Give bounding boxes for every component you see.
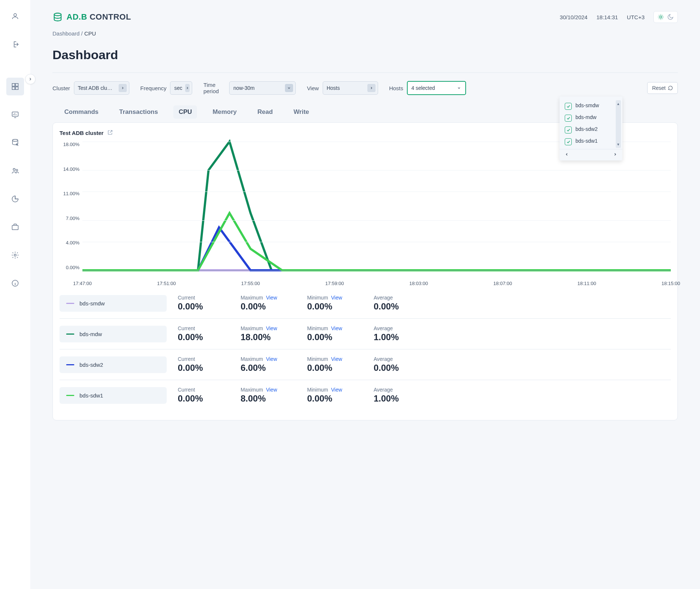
- breadcrumb-parent[interactable]: Dashboard: [52, 30, 79, 37]
- svg-point-11: [14, 254, 16, 256]
- hosts-option[interactable]: bds-sdw2: [560, 124, 622, 136]
- monitor-icon[interactable]: [6, 106, 24, 123]
- x-tick: 17:47:00: [73, 281, 92, 286]
- dashboard-icon[interactable]: [6, 78, 24, 95]
- view-select[interactable]: Hosts: [323, 81, 378, 95]
- checkbox-checked-icon[interactable]: [565, 103, 572, 110]
- view-min-link[interactable]: View: [331, 295, 342, 301]
- hosts-label: Hosts: [389, 85, 403, 91]
- stat-max: 18.00%: [241, 332, 296, 342]
- stat-avg: 0.00%: [374, 363, 418, 373]
- users-icon[interactable]: [6, 162, 24, 180]
- y-tick: 18.00%: [63, 142, 79, 147]
- legend-swatch: [66, 364, 74, 365]
- reset-button[interactable]: Reset: [647, 82, 678, 94]
- svg-point-8: [13, 169, 16, 171]
- hosts-prev-icon[interactable]: [565, 152, 569, 158]
- legend-host[interactable]: bds-sdw1: [60, 387, 167, 404]
- frequency-label: Frequency: [140, 85, 167, 91]
- svg-rect-4: [16, 87, 18, 89]
- stat-avg: 1.00%: [374, 393, 418, 404]
- tab-read[interactable]: Read: [252, 105, 278, 119]
- view-max-link[interactable]: View: [266, 387, 277, 393]
- view-max-link[interactable]: View: [266, 295, 277, 301]
- svg-point-0: [14, 14, 16, 16]
- x-tick: 18:03:00: [409, 281, 428, 286]
- logout-icon[interactable]: [6, 35, 24, 53]
- legend-swatch: [66, 395, 74, 396]
- x-tick: 18:15:00: [662, 281, 680, 286]
- legend-row: bds-sdw1 Current 0.00% Maximum View 8.00…: [60, 380, 671, 410]
- legend-host[interactable]: bds-smdw: [60, 295, 167, 312]
- breadcrumb-current: CPU: [84, 30, 96, 37]
- view-min-link[interactable]: View: [331, 325, 342, 331]
- view-min-link[interactable]: View: [331, 387, 342, 393]
- checkbox-checked-icon[interactable]: [565, 115, 572, 122]
- database-icon[interactable]: [6, 134, 24, 152]
- cluster-select[interactable]: Test ADB clu…: [74, 81, 129, 95]
- briefcase-icon[interactable]: [6, 218, 24, 236]
- scroll-down-icon[interactable]: ▾: [617, 142, 619, 147]
- tab-write[interactable]: Write: [288, 105, 314, 119]
- view-max-link[interactable]: View: [266, 325, 277, 331]
- divider: [52, 72, 678, 73]
- cluster-label: Cluster: [52, 85, 70, 91]
- svg-rect-2: [16, 84, 18, 86]
- x-tick: 18:07:00: [493, 281, 512, 286]
- hosts-dropdown: bds-smdwbds-mdwbds-sdw2bds-sdw1 ▴ ▾: [560, 97, 622, 160]
- checkbox-checked-icon[interactable]: [565, 138, 572, 145]
- tab-cpu[interactable]: CPU: [173, 105, 197, 119]
- period-select[interactable]: now-30m: [229, 81, 296, 95]
- sidebar-collapse-button[interactable]: [25, 74, 35, 84]
- hosts-select[interactable]: 4 selected: [407, 81, 466, 95]
- x-tick: 18:11:00: [577, 281, 596, 286]
- legend-row: bds-sdw2 Current 0.00% Maximum View 6.00…: [60, 349, 671, 380]
- view-max-link[interactable]: View: [266, 356, 277, 362]
- checkbox-checked-icon[interactable]: [565, 126, 572, 133]
- frequency-select[interactable]: sec: [170, 81, 192, 95]
- sidebar: [0, 0, 30, 589]
- view-label: View: [307, 85, 319, 91]
- tab-commands[interactable]: Commands: [59, 105, 104, 119]
- hosts-option[interactable]: bds-mdw: [560, 112, 622, 124]
- topbar-tz: UTC+3: [627, 14, 645, 20]
- page-title: Dashboard: [52, 48, 678, 62]
- user-icon[interactable]: [6, 7, 24, 25]
- breadcrumb: Dashboard / CPU: [52, 30, 678, 37]
- sun-icon[interactable]: [657, 14, 664, 20]
- tab-memory[interactable]: Memory: [207, 105, 242, 119]
- hosts-scrollbar[interactable]: ▴ ▾: [616, 100, 621, 148]
- series-bds-sdw2: [82, 227, 671, 270]
- view-min-link[interactable]: View: [331, 356, 342, 362]
- x-tick: 17:59:00: [325, 281, 344, 286]
- legend-host[interactable]: bds-sdw2: [60, 356, 167, 373]
- hosts-option[interactable]: bds-sdw1: [560, 136, 622, 148]
- tab-transactions[interactable]: Transactions: [114, 105, 163, 119]
- stat-current: 0.00%: [178, 301, 230, 312]
- stat-max: 0.00%: [241, 301, 296, 312]
- stat-current: 0.00%: [178, 393, 230, 404]
- stat-current: 0.00%: [178, 363, 230, 373]
- theme-toggle: [653, 11, 678, 23]
- svg-rect-10: [12, 225, 18, 230]
- legend-swatch: [66, 334, 74, 335]
- hosts-option[interactable]: bds-smdw: [560, 100, 622, 112]
- y-tick: 0.00%: [66, 265, 79, 270]
- brand: AD.B CONTROL: [52, 12, 131, 22]
- scroll-up-icon[interactable]: ▴: [617, 101, 619, 106]
- chart-card: Test ADB cluster 18.00%14.00%11.00%7.00%…: [52, 122, 678, 420]
- pie-icon[interactable]: [6, 190, 24, 208]
- gear-icon[interactable]: [6, 246, 24, 264]
- hosts-next-icon[interactable]: [613, 152, 617, 158]
- legend-host[interactable]: bds-mdw: [60, 326, 167, 342]
- info-icon[interactable]: [6, 274, 24, 292]
- svg-point-6: [13, 139, 18, 142]
- y-tick: 11.00%: [63, 191, 79, 196]
- brand-text: AD.B CONTROL: [67, 12, 131, 22]
- stat-avg: 0.00%: [374, 301, 418, 312]
- external-link-icon[interactable]: [107, 129, 113, 136]
- y-tick: 4.00%: [66, 240, 79, 246]
- chevron-down-icon: [285, 84, 293, 92]
- moon-icon[interactable]: [667, 14, 674, 20]
- svg-point-14: [660, 16, 662, 18]
